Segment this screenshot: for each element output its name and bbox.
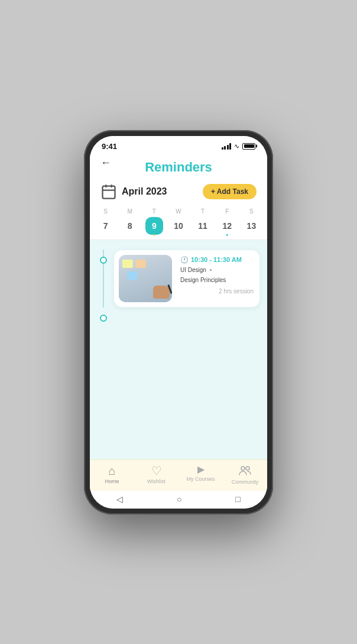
event-duration: 2 hrs session	[180, 288, 254, 295]
play-icon: ▶	[197, 465, 205, 474]
day-number-1: 8	[121, 217, 139, 235]
signal-icon	[222, 143, 232, 150]
day-number-2: 9	[145, 217, 163, 235]
event-tag-1: UI Design	[180, 267, 206, 273]
battery-icon	[242, 143, 255, 150]
nav-label-home: Home	[105, 478, 119, 484]
svg-point-5	[246, 467, 249, 470]
day-col-5[interactable]: F 12	[216, 208, 238, 235]
nav-item-wishlist[interactable]: ♡ Wishlist	[142, 465, 171, 485]
android-nav: ◁ ○ □	[90, 491, 267, 509]
day-number-5: 12	[218, 217, 236, 235]
header: ← Reminders	[90, 153, 267, 180]
phone-screen: 9:41 ∿ ← Reminders	[90, 136, 267, 509]
nav-item-my-courses[interactable]: ▶ My Courses	[186, 465, 216, 485]
status-time: 9:41	[102, 142, 117, 151]
month-year-label: April 2023	[122, 186, 167, 197]
timeline-dot-bottom	[100, 315, 107, 322]
community-icon	[239, 465, 252, 477]
wifi-icon: ∿	[234, 143, 239, 150]
day-letter-0: S	[103, 208, 108, 215]
event-thumbnail	[119, 255, 172, 302]
day-col-0[interactable]: S 7	[95, 208, 116, 235]
event-details: 🕐 10:30 - 11:30 AM UI Design Design Prin…	[177, 250, 259, 307]
day-col-1[interactable]: M 8	[119, 208, 141, 235]
main-area: 🕐 10:30 - 11:30 AM UI Design Design Prin…	[90, 240, 267, 459]
day-letter-6: S	[249, 208, 254, 215]
back-button[interactable]: ←	[100, 156, 111, 170]
status-bar: 9:41 ∿	[90, 136, 267, 153]
svg-point-4	[241, 467, 245, 470]
week-calendar: S 7 M 8 T 9 W 10	[90, 206, 267, 240]
event-tags: UI Design Design Principles	[180, 267, 254, 283]
timeline: 🕐 10:30 - 11:30 AM UI Design Design Prin…	[97, 250, 260, 308]
event-card[interactable]: 🕐 10:30 - 11:30 AM UI Design Design Prin…	[113, 250, 260, 308]
day-letter-1: M	[128, 208, 132, 215]
day-letter-4: T	[201, 208, 205, 215]
day-col-2[interactable]: T 9	[144, 208, 165, 235]
clock-icon: 🕐	[180, 256, 189, 264]
hand-shape	[153, 286, 170, 299]
day-col-3[interactable]: W 10	[168, 208, 189, 235]
day-col-6[interactable]: S 13	[241, 208, 262, 235]
android-back-button[interactable]: ◁	[116, 494, 123, 504]
date-month-display: April 2023	[100, 183, 167, 200]
nav-label-community: Community	[232, 479, 259, 485]
day-number-3: 10	[170, 217, 187, 235]
android-home-button[interactable]: ○	[177, 494, 181, 504]
sticky-note-1	[122, 260, 133, 268]
day-letter-5: F	[225, 208, 229, 215]
add-task-button[interactable]: + Add Task	[203, 184, 257, 199]
day-letter-2: T	[152, 208, 156, 215]
nav-item-home[interactable]: ⌂ Home	[98, 465, 127, 485]
nav-label-my-courses: My Courses	[186, 476, 215, 482]
day-col-4[interactable]: T 11	[192, 208, 213, 235]
home-icon: ⌂	[108, 465, 115, 477]
page-title: Reminders	[100, 160, 257, 175]
nav-item-community[interactable]: Community	[231, 465, 260, 485]
svg-rect-0	[103, 186, 115, 198]
android-recents-button[interactable]: □	[235, 494, 240, 504]
tag-separator	[210, 269, 212, 271]
event-time: 🕐 10:30 - 11:30 AM	[180, 256, 254, 264]
calendar-icon	[100, 183, 117, 200]
date-header: April 2023 + Add Task	[90, 180, 267, 206]
sticky-note-3	[127, 271, 138, 280]
timeline-dot-top	[100, 257, 107, 264]
day-letter-3: W	[176, 208, 181, 215]
nav-label-wishlist: Wishlist	[147, 478, 165, 484]
app-content: ← Reminders April 2023 + Add Task	[90, 153, 267, 491]
event-tag-2: Design Principles	[180, 277, 226, 283]
day-number-6: 13	[242, 217, 260, 235]
sticky-note-2	[135, 260, 146, 268]
bottom-nav: ⌂ Home ♡ Wishlist ▶ My Courses	[90, 459, 267, 491]
status-icons: ∿	[222, 143, 256, 150]
phone-frame: 9:41 ∿ ← Reminders	[84, 130, 273, 514]
heart-icon: ♡	[151, 465, 162, 477]
day-number-4: 11	[194, 217, 212, 235]
day-number-0: 7	[97, 217, 115, 235]
